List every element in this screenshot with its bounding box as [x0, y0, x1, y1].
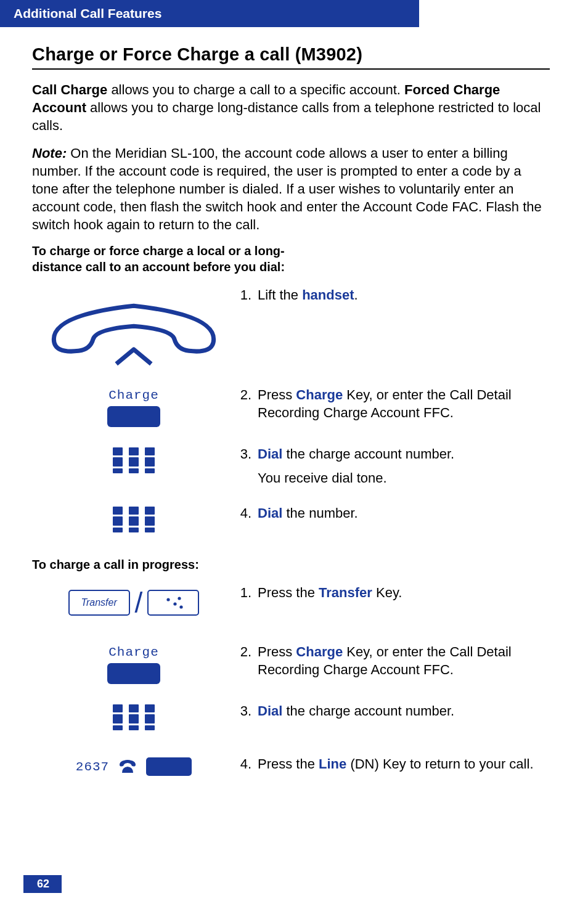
line-key: 2637 — [76, 757, 192, 776]
step-row: 2637 4. Press the Line (DN) Key to retur… — [32, 755, 550, 804]
hl-line: Line — [319, 756, 346, 772]
step-number: 2. — [235, 643, 258, 679]
transfer-key-label-box: Transfer — [68, 590, 130, 616]
softkey-button — [107, 663, 160, 684]
step-body: Press Charge Key, or enter the Call Deta… — [258, 643, 550, 679]
charge-softkey-icon: Charge — [32, 386, 235, 427]
step-number: 2. — [235, 386, 258, 422]
title-rule — [32, 68, 550, 70]
step-number: 3. — [235, 702, 258, 720]
svg-point-0 — [167, 598, 170, 601]
t: the number. — [282, 505, 357, 521]
hl-dial: Dial — [258, 446, 282, 462]
note-text: On the Meridian SL-100, the account code… — [32, 145, 542, 232]
keypad-graphic — [113, 704, 155, 730]
transfer-pair: Transfer / — [68, 586, 200, 619]
hl-handset: handset — [302, 287, 354, 303]
intro-term1: Call Charge — [32, 82, 107, 97]
step-row: Charge 2. Press Charge Key, or enter the… — [32, 386, 550, 435]
note-paragraph: Note: On the Meridian SL-100, the accoun… — [32, 144, 550, 234]
line-key-icon: 2637 — [32, 755, 235, 776]
hl-charge: Charge — [296, 387, 343, 402]
step-text: 2. Press Charge Key, or enter the Call D… — [235, 386, 550, 422]
handset-offhook-icon — [32, 288, 235, 375]
step-text: 1. Lift the handset. — [235, 286, 550, 304]
keypad-icon — [32, 702, 235, 730]
transfer-key-icon: Transfer / — [32, 584, 235, 619]
step-body: Press the Transfer Key. — [258, 584, 550, 601]
keypad-icon — [32, 445, 235, 473]
softkey-button — [107, 406, 160, 427]
keypad-graphic — [113, 447, 155, 473]
transfer-label: Transfer — [81, 597, 116, 608]
breadcrumb-text: Additional Call Features — [14, 6, 161, 20]
softkey: Charge — [107, 388, 160, 427]
page-number-value: 62 — [37, 878, 49, 890]
step-row: Transfer / 1. Press the Transfer Key. — [32, 584, 550, 633]
handset-icon — [32, 286, 235, 375]
step-body: Dial the charge account number. — [258, 702, 550, 720]
step-row: 4. Dial the number. — [32, 504, 550, 547]
step-row: 3. Dial the charge account number. You r… — [32, 445, 550, 494]
scenario1-title: To charge or force charge a local or a l… — [32, 243, 291, 275]
t: the charge account number. — [282, 703, 454, 719]
t: Press the — [258, 756, 319, 772]
dn-number: 2637 — [76, 760, 109, 774]
page-content: Charge or Force Charge a call (M3902) Ca… — [0, 27, 588, 804]
softkey: Charge — [107, 645, 160, 684]
t: Press — [258, 387, 296, 402]
t: the charge account number. — [282, 446, 454, 462]
intro-text2: allows you to charge long-distance calls… — [32, 100, 541, 133]
transfer-key-dots-box — [147, 590, 199, 616]
step-text: 3. Dial the charge account number. — [235, 702, 550, 720]
step-number: 4. — [235, 755, 258, 773]
slash-icon: / — [135, 586, 143, 619]
hl-dial: Dial — [258, 505, 282, 521]
softkey-label: Charge — [108, 645, 159, 659]
step-text: 2. Press Charge Key, or enter the Call D… — [235, 643, 550, 679]
step-number: 3. — [235, 445, 258, 487]
step-number: 1. — [235, 584, 258, 601]
t: Lift the — [258, 287, 302, 303]
step-text: 4. Dial the number. — [235, 504, 550, 522]
step-body: Press the Line (DN) Key to return to you… — [258, 755, 550, 773]
keypad-graphic — [113, 507, 155, 532]
step-body: Lift the handset. — [258, 286, 550, 304]
t: . — [354, 287, 358, 303]
svg-point-3 — [180, 606, 183, 609]
scenario2-title: To charge a call in progress: — [32, 557, 291, 573]
t2: You receive dial tone. — [258, 470, 387, 486]
hl-transfer: Transfer — [319, 585, 372, 600]
line-button — [146, 757, 192, 776]
note-label: Note: — [32, 145, 67, 161]
keypad-icon — [32, 504, 235, 532]
breadcrumb: Additional Call Features — [0, 0, 419, 27]
page-title: Charge or Force Charge a call (M3902) — [32, 44, 550, 65]
charge-softkey-icon: Charge — [32, 643, 235, 684]
softkey-label: Charge — [108, 388, 159, 402]
transfer-dots-icon — [161, 595, 186, 610]
intro-paragraph: Call Charge allows you to charge a call … — [32, 81, 550, 134]
hl-dial: Dial — [258, 703, 282, 719]
step-body: Dial the charge account number. You rece… — [258, 445, 550, 487]
step-row: 3. Dial the charge account number. — [32, 702, 550, 745]
t: Key. — [372, 585, 402, 600]
t: Press the — [258, 585, 319, 600]
t: Press — [258, 644, 296, 659]
step-body: Dial the number. — [258, 504, 550, 522]
phone-icon — [118, 759, 137, 775]
step-row: 1. Lift the handset. — [32, 286, 550, 375]
svg-point-2 — [174, 603, 177, 606]
hl-charge: Charge — [296, 644, 343, 659]
step-text: 1. Press the Transfer Key. — [235, 584, 550, 601]
step-text: 3. Dial the charge account number. You r… — [235, 445, 550, 487]
step-number: 4. — [235, 504, 258, 522]
t: (DN) Key to return to your call. — [346, 756, 533, 772]
intro-text1: allows you to charge a call to a specifi… — [107, 82, 404, 97]
step-row: Charge 2. Press Charge Key, or enter the… — [32, 643, 550, 692]
step-text: 4. Press the Line (DN) Key to return to … — [235, 755, 550, 773]
page-number: 62 — [23, 875, 62, 893]
svg-point-1 — [178, 597, 181, 600]
step-number: 1. — [235, 286, 258, 304]
step-body: Press Charge Key, or enter the Call Deta… — [258, 386, 550, 422]
